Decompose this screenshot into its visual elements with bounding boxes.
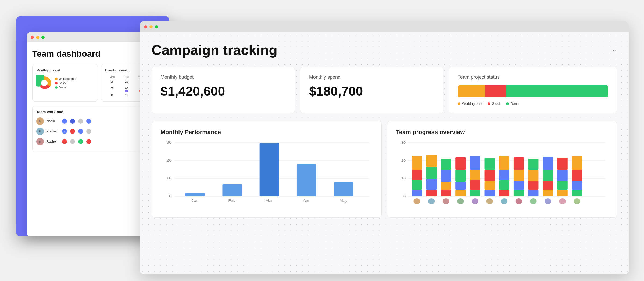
sq-done <box>506 102 509 105</box>
pie-chart-container: Working on it Stuck Done <box>36 75 94 91</box>
svg-text:20: 20 <box>166 158 172 162</box>
campaign-expand-dot[interactable] <box>155 25 158 28</box>
prog-bar-10-3 <box>543 181 553 190</box>
prog-bar-3-4 <box>441 190 451 196</box>
team-progress-title: Team progress overview <box>396 129 608 136</box>
campaign-body: Campaign tracking ··· Monthly budget $1,… <box>140 32 629 274</box>
status-seg-working <box>458 85 485 97</box>
cal-tue: Tue <box>120 75 134 79</box>
prog-bar-11-2 <box>557 170 567 181</box>
avatar-circle-6 <box>486 198 493 204</box>
prog-bar-4-4 <box>455 190 466 196</box>
prog-bar-5-4 <box>470 190 480 196</box>
monthly-performance-title: Monthly Performance <box>160 129 373 136</box>
task-dot-rachel-3: ✓ <box>78 139 83 144</box>
avatar-circle-12 <box>574 198 580 204</box>
status-seg-done <box>506 85 608 97</box>
bar-mar <box>260 143 279 196</box>
monthly-budget-stat-card: Monthly budget $1,420,600 <box>152 67 295 113</box>
prog-bar-12-1 <box>572 156 582 170</box>
campaign-minimize-dot[interactable] <box>149 25 153 28</box>
task-dot-rachel-1 <box>62 139 67 144</box>
prog-bar-8-1 <box>514 157 524 170</box>
prog-bar-3-3 <box>441 182 451 190</box>
prog-bar-5-1 <box>470 156 480 170</box>
prog-bar-10-1 <box>543 157 553 170</box>
prog-bar-11-4 <box>557 190 567 196</box>
monthly-budget-small-card: Monthly budget <box>32 64 98 102</box>
prog-bar-3-2 <box>441 170 451 182</box>
svg-text:Mar: Mar <box>266 199 273 203</box>
cal-29: 29 <box>120 80 134 86</box>
expand-dot[interactable] <box>41 36 45 39</box>
monthly-budget-value: $1,420,600 <box>160 84 286 99</box>
svg-text:10: 10 <box>401 176 406 180</box>
task-dot-1 <box>62 119 67 124</box>
prog-bar-8-3 <box>514 181 524 190</box>
prog-bar-2-3 <box>426 179 437 190</box>
status-legend-working: Working on it <box>458 102 482 106</box>
avatar-circle-7 <box>501 198 507 204</box>
task-dot-2 <box>70 119 75 124</box>
prog-bar-9-3 <box>528 181 538 190</box>
task-dot-pranav-3 <box>78 129 83 134</box>
working-dot <box>55 78 58 80</box>
avatar-circle-9 <box>530 198 537 204</box>
svg-text:10: 10 <box>166 176 172 180</box>
sq-stuck <box>488 102 490 105</box>
task-dot-rachel-4 <box>86 139 91 144</box>
avatar-circle-8 <box>516 198 522 204</box>
name-pranav: Pranav <box>46 129 59 133</box>
monthly-spend-stat-card: Monthly spend $180,700 <box>300 67 443 113</box>
cal-05: 05 <box>105 86 119 92</box>
team-project-status-label: Team project status <box>458 74 608 80</box>
more-options-button[interactable]: ··· <box>610 46 617 54</box>
avatar-pranav: P <box>36 128 44 135</box>
campaign-close-dot[interactable] <box>144 25 147 28</box>
svg-text:May: May <box>339 199 348 203</box>
cal-12: 12 <box>105 93 119 98</box>
task-dot-pranav-2 <box>70 129 75 134</box>
avatar-circle-4 <box>457 198 464 204</box>
prog-bar-8-2 <box>514 170 524 181</box>
close-dot[interactable] <box>31 36 34 39</box>
done-dot <box>55 86 58 89</box>
avatar-circle-2 <box>428 198 435 204</box>
campaign-titlebar <box>140 21 629 32</box>
minimize-dot[interactable] <box>36 36 39 39</box>
prog-bar-5-2 <box>470 170 480 180</box>
bar-jan <box>185 193 205 196</box>
status-legend-done: Done <box>506 102 519 106</box>
avatar-circle-1 <box>413 198 420 204</box>
bar-apr <box>297 164 316 196</box>
prog-bar-10-2 <box>543 170 553 181</box>
sq-working <box>458 102 460 105</box>
cal-28: 28 <box>105 80 119 86</box>
bar-may <box>334 182 353 196</box>
legend-done: Done <box>55 86 76 89</box>
team-progress-chart: 30 20 10 0 <box>396 140 608 210</box>
avatar-circle-10 <box>545 198 551 204</box>
prog-bar-6-1 <box>485 158 495 170</box>
prog-bar-9-1 <box>528 159 538 170</box>
prog-bar-9-4 <box>528 190 538 196</box>
cal-06: 06 <box>120 86 134 92</box>
legend-working: Working on it <box>55 77 76 80</box>
monthly-performance-svg: 30 20 10 0 Jan Feb Mar <box>160 140 373 210</box>
avatar-circle-3 <box>443 198 449 204</box>
svg-text:Apr: Apr <box>303 199 310 203</box>
prog-bar-11-1 <box>557 158 567 170</box>
bar-feb <box>222 184 242 196</box>
prog-bar-11-3 <box>557 181 567 190</box>
charts-row: Monthly Performance 30 20 10 0 <box>152 121 617 218</box>
prog-bar-7-1 <box>499 156 509 170</box>
prog-bar-4-2 <box>455 170 466 182</box>
task-dot-pranav-1: ✓ <box>62 129 67 134</box>
campaign-title: Campaign tracking <box>152 42 277 58</box>
prog-bar-8-4 <box>514 190 524 196</box>
monthly-spend-label: Monthly spend <box>309 74 435 80</box>
prog-bar-4-1 <box>455 157 466 170</box>
stat-cards-row: Monthly budget $1,420,600 Monthly spend … <box>152 67 617 113</box>
svg-point-0 <box>41 80 48 86</box>
monthly-budget-small-label: Monthly budget <box>36 68 94 72</box>
